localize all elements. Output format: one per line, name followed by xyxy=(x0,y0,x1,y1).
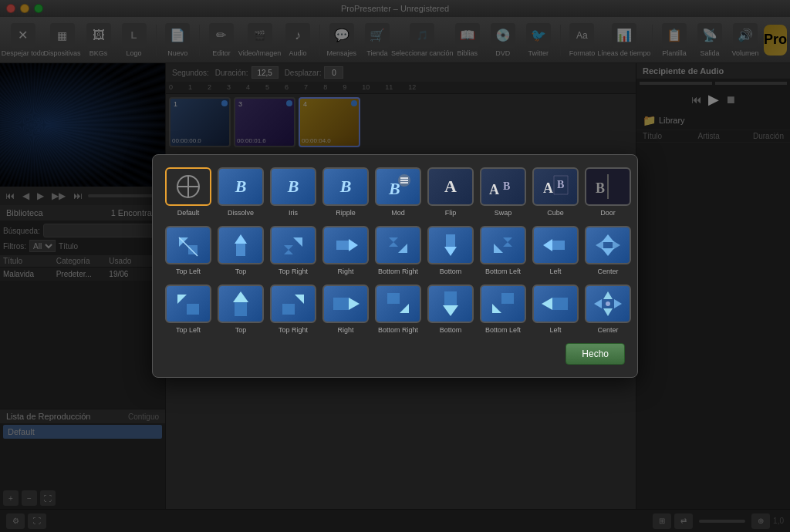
transition-r2-right[interactable]: Right xyxy=(322,226,369,275)
transition-r3-bottomright[interactable]: Bottom Right xyxy=(375,285,421,334)
svg-rect-37 xyxy=(187,304,199,315)
r3-center-icon xyxy=(585,285,631,323)
svg-marker-54 xyxy=(594,299,602,308)
ripple-icon: B xyxy=(322,167,369,206)
r2-left-label: Left xyxy=(549,268,561,275)
r2-center-icon xyxy=(585,226,631,264)
transition-r3-topleft[interactable]: Top Left xyxy=(165,285,211,334)
r2-bottom-icon xyxy=(427,226,474,264)
svg-marker-36 xyxy=(177,295,187,304)
transition-r2-center[interactable]: Center xyxy=(585,226,631,275)
svg-rect-39 xyxy=(235,302,247,316)
mod-label: Mod xyxy=(391,209,405,217)
default-icon xyxy=(165,167,211,206)
svg-marker-44 xyxy=(400,304,409,313)
transition-r2-topleft[interactable]: Top Left xyxy=(165,226,211,275)
done-button[interactable]: Hecho xyxy=(565,343,625,365)
r3-topleft-label: Top Left xyxy=(176,326,201,334)
r2-right-label: Right xyxy=(337,268,353,275)
svg-marker-28 xyxy=(494,244,503,253)
r3-top-label: Top xyxy=(235,326,247,334)
svg-rect-27 xyxy=(446,234,455,247)
transition-r3-left[interactable]: Left xyxy=(532,285,579,334)
transition-swap[interactable]: A B Swap xyxy=(480,167,526,217)
swap-label: Swap xyxy=(495,209,512,217)
svg-marker-22 xyxy=(349,239,358,251)
cube-icon: A B xyxy=(532,167,579,206)
r2-left-icon xyxy=(532,226,579,264)
transition-r3-topright[interactable]: Top Right xyxy=(270,285,316,334)
svg-rect-51 xyxy=(552,298,568,310)
transition-iris[interactable]: B Iris xyxy=(270,167,316,217)
modal-overlay: Default B Dissolve B Iris B R xyxy=(0,0,790,532)
transition-default[interactable]: Default xyxy=(165,167,211,217)
transition-ripple[interactable]: B Ripple xyxy=(322,167,369,217)
iris-icon: B xyxy=(270,167,316,206)
transition-door[interactable]: B Door xyxy=(585,167,631,217)
transition-r2-top[interactable]: Top xyxy=(218,226,264,275)
svg-text:A: A xyxy=(543,180,553,196)
default-label: Default xyxy=(177,209,200,217)
r3-bottomright-label: Bottom Right xyxy=(378,326,418,334)
transition-r3-bottomleft[interactable]: Bottom Left xyxy=(480,285,526,334)
svg-marker-25 xyxy=(389,237,398,247)
transition-flip[interactable]: A Flip xyxy=(427,167,474,217)
svg-marker-34 xyxy=(596,241,603,250)
svg-marker-50 xyxy=(542,298,552,310)
r2-topright-icon xyxy=(270,226,316,264)
svg-marker-33 xyxy=(602,248,614,256)
transitions-row3: Top Left Top Top Right xyxy=(165,285,625,334)
svg-rect-49 xyxy=(501,293,514,304)
svg-text:A: A xyxy=(489,182,499,197)
transition-r3-top[interactable]: Top xyxy=(218,285,264,334)
svg-marker-46 xyxy=(443,305,458,316)
svg-rect-31 xyxy=(552,241,565,250)
dissolve-label: Dissolve xyxy=(228,209,254,217)
svg-marker-29 xyxy=(503,237,512,247)
transition-cube[interactable]: A B Cube xyxy=(532,167,579,217)
transition-dissolve[interactable]: B Dissolve xyxy=(218,167,264,217)
svg-marker-38 xyxy=(233,291,248,302)
transition-r3-center[interactable]: Center xyxy=(585,285,631,334)
svg-rect-47 xyxy=(444,291,457,305)
r3-bottom-label: Bottom xyxy=(440,326,462,334)
svg-marker-52 xyxy=(603,291,613,299)
transition-r3-right[interactable]: Right xyxy=(322,285,369,334)
r2-bottomleft-icon xyxy=(480,226,526,264)
r3-bottomleft-icon xyxy=(480,285,526,323)
svg-rect-23 xyxy=(336,241,349,250)
svg-text:B: B xyxy=(596,180,605,196)
r3-left-icon xyxy=(532,285,579,323)
transition-r3-bottom[interactable]: Bottom xyxy=(427,285,474,334)
svg-text:B: B xyxy=(503,180,510,192)
r3-bottomleft-label: Bottom Left xyxy=(485,326,521,334)
iris-label: Iris xyxy=(289,209,298,217)
swap-icon: A B xyxy=(480,167,526,206)
transition-r2-left[interactable]: Left xyxy=(532,226,579,275)
ripple-label: Ripple xyxy=(336,209,356,217)
transition-r2-topright[interactable]: Top Right xyxy=(270,226,316,275)
r2-center-label: Center xyxy=(597,268,618,275)
svg-marker-20 xyxy=(293,237,302,247)
svg-marker-42 xyxy=(349,298,360,310)
r2-bottom-label: Bottom xyxy=(440,268,462,275)
transition-r2-bottomleft[interactable]: Bottom Left xyxy=(480,226,526,275)
svg-rect-45 xyxy=(387,293,400,304)
transition-r2-bottom[interactable]: Bottom xyxy=(427,226,474,275)
svg-marker-35 xyxy=(613,241,620,250)
r2-right-icon xyxy=(322,226,369,264)
flip-icon: A xyxy=(427,167,474,206)
r3-topleft-icon xyxy=(165,285,211,323)
r3-right-icon xyxy=(322,285,369,323)
r3-right-label: Right xyxy=(337,326,353,334)
svg-marker-53 xyxy=(603,308,613,316)
mod-icon: B xyxy=(375,167,421,206)
svg-marker-24 xyxy=(398,244,407,253)
transition-mod[interactable]: B Mod xyxy=(375,167,421,217)
transition-r2-bottomright[interactable]: Bottom Right xyxy=(375,226,421,275)
r2-top-icon xyxy=(218,226,264,264)
door-icon: B xyxy=(585,167,631,206)
svg-rect-41 xyxy=(282,304,295,315)
r3-bottom-icon xyxy=(427,285,474,323)
r3-left-label: Left xyxy=(549,326,561,334)
